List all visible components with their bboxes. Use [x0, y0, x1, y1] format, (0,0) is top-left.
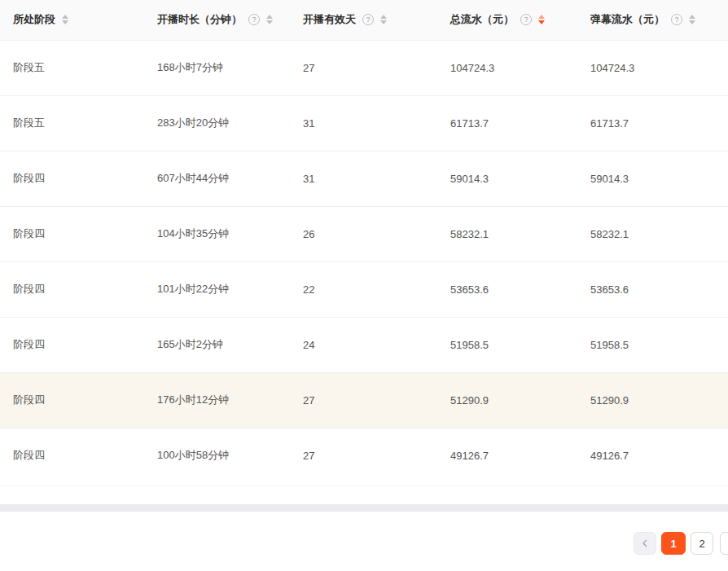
cell-danmaku-revenue: 49126.7: [577, 428, 728, 483]
cell-stage: 阶段四: [0, 206, 144, 261]
cell-duration: 176小时12分钟: [144, 372, 290, 428]
table-row[interactable]: 阶段四 104小时35分钟 26 58232.1 58232.1: [0, 206, 728, 261]
help-circle-icon[interactable]: ?: [362, 14, 374, 25]
cell-duration: 165小时2分钟: [144, 317, 290, 372]
cell-valid-days: 26: [290, 206, 437, 261]
cell-danmaku-revenue: 61713.7: [577, 95, 728, 151]
cell-valid-days: 27: [290, 40, 437, 95]
table-bottom-divider: [0, 483, 728, 486]
column-header-valid-days[interactable]: 开播有效天 ?: [290, 0, 437, 40]
pagination: 1 2: [0, 532, 728, 555]
cell-total-revenue: 51958.5: [437, 317, 577, 372]
cell-danmaku-revenue: 51290.9: [577, 372, 728, 428]
pagination-next-button[interactable]: [720, 532, 728, 555]
cell-total-revenue: 104724.3: [437, 40, 577, 95]
table-row[interactable]: 阶段五 168小时7分钟 27 104724.3 104724.3: [0, 40, 728, 95]
sort-icon[interactable]: [380, 15, 387, 24]
cell-duration: 283小时20分钟: [144, 95, 290, 151]
cell-valid-days: 31: [290, 95, 437, 151]
sort-icon[interactable]: [62, 15, 68, 24]
sort-icon[interactable]: [689, 15, 695, 24]
cell-stage: 阶段五: [0, 95, 144, 151]
column-header-broadcast-duration[interactable]: 开播时长（分钟） ?: [144, 0, 290, 40]
column-label: 弹幕流水（元）: [590, 12, 664, 27]
column-label: 总流水（元）: [450, 12, 514, 27]
cell-stage: 阶段四: [0, 428, 144, 483]
cell-duration: 100小时58分钟: [144, 428, 290, 483]
sort-icon[interactable]: [266, 15, 273, 24]
cell-valid-days: 24: [290, 317, 437, 372]
table-row-hovered[interactable]: 阶段四 176小时12分钟 27 51290.9 51290.9: [0, 372, 728, 428]
help-circle-icon[interactable]: ?: [248, 14, 260, 25]
table-row[interactable]: 阶段四 607小时44分钟 31 59014.3 59014.3: [0, 151, 728, 206]
sort-icon-active-desc[interactable]: [538, 15, 545, 24]
help-circle-icon[interactable]: ?: [520, 14, 532, 25]
cell-danmaku-revenue: 53653.6: [577, 261, 728, 317]
column-label: 开播有效天: [303, 12, 356, 27]
data-table: 所处阶段 开播时长（分钟） ? 开播有效天 ?: [0, 0, 728, 483]
pagination-page-2[interactable]: 2: [691, 532, 713, 555]
table-row[interactable]: 阶段四 100小时58分钟 27 49126.7 49126.7: [0, 428, 728, 483]
cell-stage: 阶段四: [0, 151, 144, 206]
cell-total-revenue: 59014.3: [437, 151, 577, 206]
column-label: 开播时长（分钟）: [157, 12, 242, 27]
cell-total-revenue: 53653.6: [437, 261, 577, 317]
cell-total-revenue: 61713.7: [437, 95, 577, 151]
table-row[interactable]: 阶段四 101小时22分钟 22 53653.6 53653.6: [0, 261, 728, 317]
cell-duration: 168小时7分钟: [144, 40, 290, 95]
cell-total-revenue: 51290.9: [437, 372, 577, 428]
column-header-danmaku-revenue[interactable]: 弹幕流水（元） ?: [577, 0, 728, 40]
cell-danmaku-revenue: 51958.5: [577, 317, 728, 372]
cell-duration: 104小时35分钟: [144, 206, 290, 261]
pagination-prev-button[interactable]: [634, 532, 656, 555]
table-header-row: 所处阶段 开播时长（分钟） ? 开播有效天 ?: [0, 0, 728, 40]
cell-valid-days: 27: [290, 372, 437, 428]
cell-stage: 阶段四: [0, 317, 144, 372]
cell-danmaku-revenue: 58232.1: [577, 206, 728, 261]
column-label: 所处阶段: [13, 12, 55, 27]
cell-total-revenue: 49126.7: [437, 428, 577, 483]
cell-total-revenue: 58232.1: [437, 206, 577, 261]
horizontal-scrollbar[interactable]: [0, 504, 728, 512]
help-circle-icon[interactable]: ?: [671, 14, 682, 25]
cell-valid-days: 22: [290, 261, 437, 317]
chevron-left-icon: [640, 538, 650, 548]
column-header-total-revenue[interactable]: 总流水（元） ?: [437, 0, 577, 40]
cell-duration: 607小时44分钟: [144, 151, 290, 206]
cell-stage: 阶段五: [0, 40, 144, 95]
cell-duration: 101小时22分钟: [144, 261, 290, 317]
column-header-stage[interactable]: 所处阶段: [0, 0, 144, 40]
cell-danmaku-revenue: 104724.3: [577, 40, 728, 95]
table-row[interactable]: 阶段五 283小时20分钟 31 61713.7 61713.7: [0, 95, 728, 151]
table-row[interactable]: 阶段四 165小时2分钟 24 51958.5 51958.5: [0, 317, 728, 372]
pagination-page-1-active[interactable]: 1: [661, 532, 686, 555]
cell-stage: 阶段四: [0, 372, 144, 428]
cell-valid-days: 31: [290, 151, 437, 206]
cell-danmaku-revenue: 59014.3: [577, 151, 728, 206]
cell-stage: 阶段四: [0, 261, 144, 317]
cell-valid-days: 27: [290, 428, 437, 483]
